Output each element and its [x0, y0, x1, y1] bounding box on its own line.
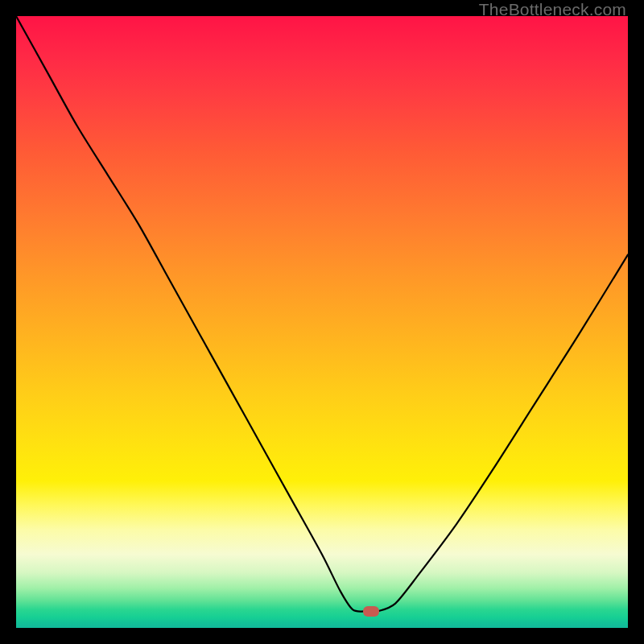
optimal-point-marker — [363, 606, 379, 617]
bottleneck-curve — [16, 16, 628, 628]
plot-area — [16, 16, 628, 628]
chart-frame: TheBottleneck.com — [0, 0, 644, 644]
